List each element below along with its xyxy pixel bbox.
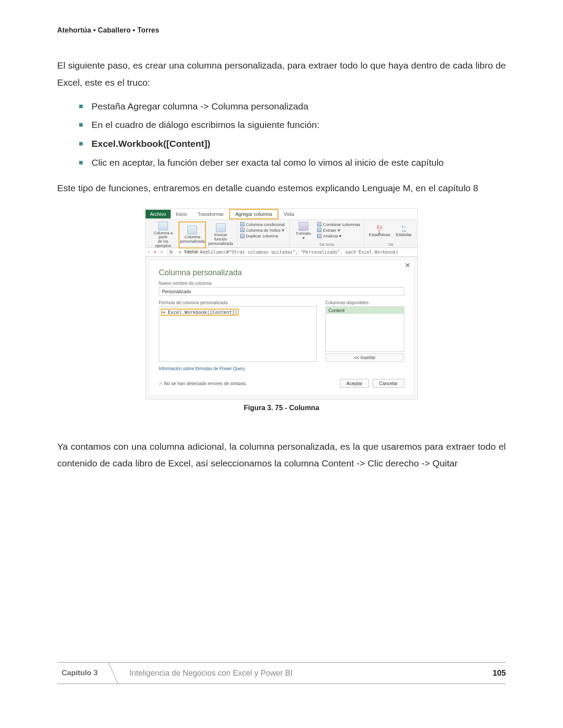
columna-ejemplos-button[interactable]: Columna a partir de los ejemplos (148, 222, 178, 249)
tab-agregar-columna[interactable]: Agregar columna (229, 209, 278, 219)
estandar-button[interactable]: +−÷× Estándar (393, 222, 415, 241)
invocar-funcion-button[interactable]: Invocar función personalizada (207, 222, 234, 249)
fx-icon (216, 223, 226, 232)
conditional-icon (240, 222, 245, 226)
available-columns-list[interactable]: Content (325, 306, 404, 352)
bullet-item: Clic en aceptar, la función deber ser ex… (79, 155, 506, 171)
accept-button[interactable]: Aceptar (340, 379, 369, 388)
table-icon (158, 222, 168, 230)
available-columns-label: Columnas disponibles: (325, 300, 404, 305)
bullet-list: Pestaña Agregar columna -> Columna perso… (79, 98, 506, 171)
calc-icon: +−÷× (399, 225, 408, 233)
duplicate-icon (240, 234, 245, 238)
format-icon (299, 222, 308, 231)
ribbon-tabs: Archivo Inicio Transformar Agregar colum… (146, 209, 417, 220)
tab-transformar[interactable]: Transformar (192, 210, 229, 218)
columna-indice-button[interactable]: Columna de índice ▾ (240, 227, 287, 233)
new-name-label: Nuevo nombre de columna (159, 281, 404, 286)
parse-icon (317, 234, 322, 238)
group-label-general: General (148, 248, 234, 254)
book-title: Inteligencia de Negocios con Excel y Pow… (107, 669, 493, 678)
tab-archivo[interactable]: Archivo (146, 210, 171, 218)
chapter-label: Capítulo 3 (57, 662, 107, 684)
combinar-button[interactable]: Combinar columnas (317, 222, 360, 227)
cancel-button[interactable]: Cancelar (373, 379, 404, 388)
formula-text-highlight: = Excel.Workbook([Content]) (161, 309, 239, 316)
paragraph-3: Ya contamos con una columna adicional, l… (57, 438, 506, 473)
dialog-title: Columna personalizada (159, 268, 404, 277)
available-column-item[interactable]: Content (326, 307, 404, 314)
tab-vista[interactable]: Vista (278, 210, 300, 218)
close-icon[interactable]: ✕ (405, 261, 410, 269)
formula-input[interactable]: = Excel.Workbook([Content]) (159, 306, 317, 362)
estadisticas-button[interactable]: X̄σΣ Estadísticas (367, 222, 392, 241)
columna-condicional-button[interactable]: Columna condicional (240, 222, 287, 227)
paragraph-1: El siguiente paso, es crear una columna … (57, 57, 506, 91)
header-authors: Atehortúa • Caballero • Torres (57, 26, 506, 34)
sigma-icon: X̄σΣ (375, 225, 384, 233)
tab-inicio[interactable]: Inicio (171, 210, 193, 218)
bullet-item-formula: Excel.Workbook([Content]) (79, 136, 506, 152)
figure-caption: Figura 3. 75 - Columna (57, 404, 506, 412)
analizar-button[interactable]: Analizar ▾ (317, 233, 360, 239)
columna-personalizada-button[interactable]: Columna personalizada (179, 222, 206, 249)
paragraph-2: Este tipo de funciones, entraremos en de… (57, 180, 506, 197)
syntax-status: ✓No se han detectado errores de sintaxis… (159, 381, 247, 386)
duplicar-columna-button[interactable]: Duplicar columna (240, 233, 287, 239)
page-number: 105 (493, 669, 506, 678)
formula-label: Fórmula de columna personalizada: (159, 300, 317, 305)
power-query-screenshot: Archivo Inicio Transformar Agregar colum… (145, 208, 418, 400)
ribbon-body: Columna a partir de los ejemplos Columna… (146, 220, 417, 248)
check-icon: ✓ (159, 381, 163, 386)
table-icon (187, 226, 197, 234)
new-name-input[interactable]: Personalizado (159, 287, 404, 296)
insert-button[interactable]: << Insertar (325, 353, 404, 362)
formato-button[interactable]: Formato ▾ (292, 222, 314, 241)
page-footer: Capítulo 3 Inteligencia de Negocios con … (57, 662, 506, 684)
group-label-texto: De texto (292, 241, 361, 247)
group-label-numero: De (367, 241, 415, 247)
merge-icon (317, 222, 322, 226)
extraer-button[interactable]: Extraer ▾ (317, 227, 360, 233)
index-icon (240, 228, 245, 232)
info-link[interactable]: Información sobre fórmulas de Power Quer… (159, 366, 404, 371)
bullet-item: En el cuadro de diálogo escribimos la si… (79, 117, 506, 133)
custom-column-dialog: ✕ Columna personalizada Nuevo nombre de … (150, 261, 413, 394)
extract-icon (317, 228, 322, 232)
bullet-item: Pestaña Agregar columna -> Columna perso… (79, 98, 506, 115)
